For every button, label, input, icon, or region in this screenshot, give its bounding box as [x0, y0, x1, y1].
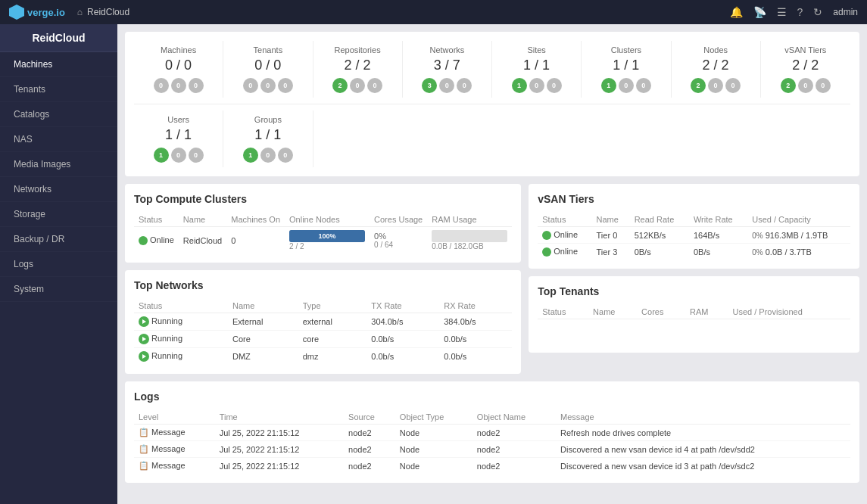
- stat-networks-badge-0: 3: [422, 78, 437, 93]
- log-objname-1: node2: [472, 441, 556, 458]
- log-level-1: 📋 Message: [134, 441, 215, 458]
- stat-clusters[interactable]: Clusters 1 / 1 1 0 0: [582, 41, 671, 98]
- stat-tenants-badge-1: 0: [260, 78, 276, 93]
- stat-machines-badge-2: 0: [189, 78, 204, 93]
- sidebar-item-machines[interactable]: Machines: [0, 52, 117, 77]
- sidebar-item-catalogs[interactable]: Catalogs: [0, 102, 117, 127]
- stat-networks[interactable]: Networks 3 / 7 3 0 0: [403, 41, 492, 98]
- tenant-th-cores: Cores: [637, 305, 685, 319]
- log-th-message: Message: [556, 410, 850, 425]
- tenant-th-status: Status: [538, 305, 588, 319]
- stat-nodes-badge-0: 2: [691, 78, 706, 93]
- online-nodes-bar: 100%: [289, 230, 365, 242]
- sidebar-item-logs[interactable]: Logs: [0, 252, 117, 277]
- sidebar-item-media-images[interactable]: Media Images: [0, 152, 117, 177]
- vsan-th-name: Name: [592, 213, 630, 227]
- net-th-name: Name: [228, 299, 298, 313]
- stat-users-badge-2: 0: [189, 148, 204, 163]
- sidebar-item-system[interactable]: System: [0, 277, 117, 302]
- sidebar-item-tenants[interactable]: Tenants: [0, 77, 117, 102]
- log-objtype-2: Node: [395, 458, 472, 474]
- tenant-th-ram: RAM: [685, 305, 728, 319]
- run-icon-1: [139, 334, 149, 344]
- stat-groups-title: Groups: [226, 115, 309, 124]
- networks-table: Status Name Type TX Rate RX Rate Running…: [134, 299, 512, 365]
- vsan-dot-0: [542, 231, 551, 240]
- sidebar-item-nas[interactable]: NAS: [0, 127, 117, 152]
- stat-vsan-tiers-title: vSAN Tiers: [764, 45, 847, 54]
- sidebar-item-storage[interactable]: Storage: [0, 202, 117, 227]
- help-icon[interactable]: ?: [797, 6, 803, 18]
- stat-clusters-badge-1: 0: [619, 78, 634, 93]
- sidebar-item-networks[interactable]: Networks: [0, 177, 117, 202]
- stat-vsan-tiers-value: 2 / 2: [764, 58, 847, 73]
- log-th-source: Source: [344, 410, 395, 425]
- stat-nodes-title: Nodes: [675, 45, 757, 54]
- cluster-online-nodes: 100% 2 / 2: [285, 227, 370, 254]
- brand-logo: verge.io: [9, 5, 65, 20]
- right-panels: vSAN Tiers Status Name Read Rate Write R…: [529, 184, 859, 374]
- stat-nodes-badge-2: 0: [725, 78, 741, 93]
- net-name-2: DMZ: [228, 348, 298, 366]
- stat-machines[interactable]: Machines 0 / 0 0 0 0: [134, 41, 223, 98]
- stat-vsan-badge-0: 2: [781, 78, 796, 93]
- stat-sites-badge-0: 1: [512, 78, 527, 93]
- rss-icon[interactable]: 📡: [753, 6, 766, 18]
- compute-clusters-table: Status Name Machines On Online Nodes Cor…: [134, 213, 512, 254]
- stat-tenants[interactable]: Tenants 0 / 0 0 0 0: [223, 41, 313, 98]
- log-time-0: Jul 25, 2022 21:15:12: [215, 425, 344, 441]
- net-rx-0: 384.0b/s: [439, 313, 512, 331]
- stat-repositories[interactable]: Repositories 2 / 2 2 0 0: [313, 41, 403, 98]
- th-cores-usage: Cores Usage: [370, 213, 427, 227]
- stat-networks-badge-2: 0: [457, 78, 472, 93]
- logs-panel: Logs Level Time Source Object Type Objec…: [125, 381, 859, 483]
- home-icon: ⌂: [77, 7, 83, 17]
- refresh-icon[interactable]: ↻: [813, 6, 822, 18]
- stat-machines-badge-1: 0: [171, 78, 186, 93]
- stat-networks-badge-1: 0: [439, 78, 454, 93]
- stat-sites[interactable]: Sites 1 / 1 1 0 0: [492, 41, 582, 98]
- tenants-table: Status Name Cores RAM Used / Provisioned: [538, 305, 850, 344]
- brand-name: verge.io: [27, 7, 65, 18]
- sidebar-item-backup-dr[interactable]: Backup / DR: [0, 227, 117, 252]
- run-icon-0: [139, 316, 149, 327]
- stat-clusters-title: Clusters: [585, 45, 667, 54]
- vsan-pct-1: 0%: [752, 248, 763, 257]
- stat-sites-title: Sites: [495, 45, 578, 54]
- stat-groups-badge-0: 1: [243, 148, 258, 163]
- stat-clusters-value: 1 / 1: [585, 58, 667, 73]
- vsan-status-1: Online: [538, 244, 591, 260]
- net-status-1: Running: [134, 331, 228, 348]
- admin-label: admin: [833, 7, 858, 17]
- stat-vsan-tiers[interactable]: vSAN Tiers 2 / 2 2 0 0: [761, 41, 850, 98]
- net-status-2: Running: [134, 348, 228, 366]
- menu-icon[interactable]: ☰: [777, 6, 787, 18]
- compute-clusters-title: Top Compute Clusters: [134, 193, 512, 205]
- vsan-read-0: 512KB/s: [630, 227, 689, 244]
- stat-vsan-badge-1: 0: [798, 78, 813, 93]
- log-th-objname: Object Name: [472, 410, 556, 425]
- stat-repositories-title: Repositories: [317, 45, 399, 54]
- th-name: Name: [179, 213, 226, 227]
- logs-table: Level Time Source Object Type Object Nam…: [134, 410, 850, 474]
- tenants-panel-title: Top Tenants: [538, 285, 850, 297]
- net-tx-0: 304.0b/s: [366, 313, 439, 331]
- cluster-row: Online ReidCloud 0 100% 2 / 2: [134, 227, 512, 254]
- net-th-tx: TX Rate: [366, 299, 439, 313]
- stat-nodes[interactable]: Nodes 2 / 2 2 0 0: [672, 41, 761, 98]
- stat-users[interactable]: Users 1 / 1 1 0 0: [134, 110, 223, 167]
- stat-users-title: Users: [137, 115, 220, 124]
- vsan-used-0: 0% 916.3MB / 1.9TB: [747, 227, 850, 244]
- log-objtype-1: Node: [395, 441, 472, 458]
- net-tx-2: 0.0b/s: [366, 348, 439, 366]
- stat-networks-value: 3 / 7: [406, 58, 488, 73]
- vsan-th-status: Status: [538, 213, 591, 227]
- log-level-2: 📋 Message: [134, 458, 215, 474]
- stat-groups[interactable]: Groups 1 / 1 1 0 0: [223, 110, 313, 167]
- stat-tenants-title: Tenants: [226, 45, 309, 54]
- vsan-name-1: Tier 3: [592, 244, 630, 260]
- net-th-type: Type: [298, 299, 367, 313]
- th-machines-on: Machines On: [226, 213, 285, 227]
- brand-icon: [9, 5, 24, 20]
- bell-icon[interactable]: 🔔: [730, 6, 743, 18]
